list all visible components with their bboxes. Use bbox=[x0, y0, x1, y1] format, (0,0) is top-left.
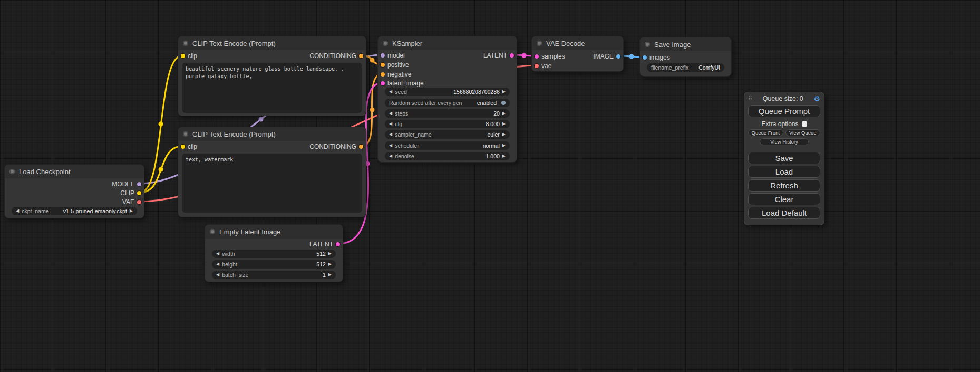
latent-image-input-dot[interactable] bbox=[381, 81, 385, 85]
view-queue-button[interactable]: View Queue bbox=[785, 129, 821, 136]
widget-control-after-generate[interactable]: Random seed after every gen enabled bbox=[385, 99, 510, 107]
widget-label: sampler_name bbox=[395, 131, 431, 138]
conditioning-output-dot[interactable] bbox=[359, 54, 363, 58]
decrement-arrow-icon[interactable]: ◀ bbox=[389, 154, 392, 158]
latent-output-dot[interactable] bbox=[336, 242, 340, 246]
widget-value: 1.000 bbox=[486, 153, 500, 159]
node-title-bar[interactable]: Save Image bbox=[640, 37, 731, 51]
widget-width[interactable]: ◀ width 512 ▶ bbox=[212, 250, 336, 258]
collapse-dot-icon[interactable] bbox=[183, 131, 188, 137]
increment-arrow-icon[interactable]: ▶ bbox=[328, 273, 332, 277]
images-input-dot[interactable] bbox=[643, 55, 647, 60]
increment-arrow-icon[interactable]: ▶ bbox=[502, 111, 506, 116]
node-title-bar[interactable]: VAE Decode bbox=[532, 36, 623, 50]
widget-cfg[interactable]: ◀ cfg 8.000 ▶ bbox=[385, 120, 510, 128]
conditioning-output-dot[interactable] bbox=[359, 145, 363, 149]
image-output-dot[interactable] bbox=[616, 54, 620, 59]
increment-arrow-icon[interactable]: ▶ bbox=[502, 154, 506, 158]
widget-seed[interactable]: ◀ seed 156680208700286 ▶ bbox=[385, 88, 510, 96]
input-slot-model: model bbox=[381, 51, 405, 60]
decrement-arrow-icon[interactable]: ◀ bbox=[216, 262, 219, 266]
positive-prompt-textarea[interactable]: beautiful scenery nature glass bottle la… bbox=[182, 63, 362, 113]
widget-ckpt-name[interactable]: ◀ ckpt_name v1-5-pruned-emaonly.ckpt ▶ bbox=[12, 207, 137, 215]
node-title-bar[interactable]: Load Checkpoint bbox=[5, 165, 144, 178]
decrement-arrow-icon[interactable]: ◀ bbox=[389, 90, 392, 94]
collapse-dot-icon[interactable] bbox=[383, 41, 388, 46]
node-clip-text-encode-negative[interactable]: CLIP Text Encode (Prompt) clip CONDITION… bbox=[178, 127, 366, 217]
increment-arrow-icon[interactable]: ▶ bbox=[130, 209, 133, 213]
positive-input-dot[interactable] bbox=[381, 63, 385, 67]
refresh-button[interactable]: Refresh bbox=[748, 179, 820, 192]
clip-input-dot[interactable] bbox=[181, 54, 185, 58]
slot-label: samples bbox=[541, 53, 565, 60]
increment-arrow-icon[interactable]: ▶ bbox=[328, 252, 332, 256]
load-button[interactable]: Load bbox=[748, 166, 820, 178]
clip-input-dot[interactable] bbox=[181, 145, 185, 149]
settings-gear-icon[interactable]: ⚙ bbox=[813, 94, 820, 103]
latent-output-dot[interactable] bbox=[510, 53, 514, 58]
node-title-bar[interactable]: KSampler bbox=[378, 36, 517, 50]
node-title-bar[interactable]: Empty Latent Image bbox=[205, 225, 343, 239]
toggle-dot-icon[interactable] bbox=[501, 101, 506, 105]
node-empty-latent-image[interactable]: Empty Latent Image LATENT ◀ width 512 ▶ … bbox=[205, 224, 343, 282]
increment-arrow-icon[interactable]: ▶ bbox=[502, 90, 506, 94]
comfyui-canvas[interactable]: { "colors": { "model": "#B39DDB", "clip"… bbox=[0, 0, 980, 372]
node-ksampler[interactable]: KSampler model positive negative latent_… bbox=[377, 36, 517, 163]
widget-height[interactable]: ◀ height 512 ▶ bbox=[212, 260, 336, 269]
queue-panel-header: ⠿ Queue size: 0 ⚙ bbox=[744, 92, 824, 104]
link-midpoint-dot bbox=[370, 58, 375, 63]
widget-scheduler[interactable]: ◀ scheduler normal ▶ bbox=[385, 141, 510, 150]
queue-front-button[interactable]: Queue Front bbox=[748, 129, 783, 136]
output-slot-clip: CLIP bbox=[120, 189, 141, 197]
queue-small-buttons-row: Queue Front View Queue bbox=[748, 129, 820, 136]
decrement-arrow-icon[interactable]: ◀ bbox=[389, 111, 392, 116]
drag-handle-icon[interactable]: ⠿ bbox=[748, 96, 752, 102]
decrement-arrow-icon[interactable]: ◀ bbox=[216, 252, 219, 256]
load-default-button[interactable]: Load Default bbox=[748, 207, 820, 219]
clear-button[interactable]: Clear bbox=[748, 193, 820, 205]
input-slot-samples: samples bbox=[535, 52, 565, 61]
widget-label: denoise bbox=[395, 153, 414, 159]
widget-batch-size[interactable]: ◀ batch_size 1 ▶ bbox=[212, 271, 336, 279]
collapse-dot-icon[interactable] bbox=[537, 41, 542, 46]
increment-arrow-icon[interactable]: ▶ bbox=[328, 262, 332, 266]
widget-label: steps bbox=[395, 110, 408, 117]
collapse-dot-icon[interactable] bbox=[645, 42, 650, 47]
negative-prompt-textarea[interactable]: text, watermark bbox=[182, 154, 362, 213]
clip-output-dot[interactable] bbox=[137, 191, 141, 195]
node-clip-text-encode-positive[interactable]: CLIP Text Encode (Prompt) clip CONDITION… bbox=[178, 36, 366, 116]
model-output-dot[interactable] bbox=[137, 182, 141, 186]
negative-input-dot[interactable] bbox=[381, 72, 385, 77]
collapse-dot-icon[interactable] bbox=[210, 229, 215, 234]
collapse-dot-icon[interactable] bbox=[9, 169, 15, 174]
save-button[interactable]: Save bbox=[748, 152, 820, 164]
decrement-arrow-icon[interactable]: ◀ bbox=[216, 273, 219, 277]
model-input-dot[interactable] bbox=[381, 53, 385, 58]
increment-arrow-icon[interactable]: ▶ bbox=[502, 144, 506, 148]
samples-input-dot[interactable] bbox=[535, 54, 539, 59]
vae-output-dot[interactable] bbox=[137, 200, 141, 204]
slot-label: latent_image bbox=[387, 80, 424, 87]
decrement-arrow-icon[interactable]: ◀ bbox=[389, 122, 392, 126]
increment-arrow-icon[interactable]: ▶ bbox=[502, 122, 506, 126]
widget-value: 512 bbox=[316, 261, 326, 268]
increment-arrow-icon[interactable]: ▶ bbox=[502, 132, 506, 137]
decrement-arrow-icon[interactable]: ◀ bbox=[16, 209, 19, 213]
widget-steps[interactable]: ◀ steps 20 ▶ bbox=[385, 109, 510, 118]
node-save-image[interactable]: Save Image images filename_prefix ComfyU… bbox=[639, 37, 732, 77]
widget-sampler-name[interactable]: ◀ sampler_name euler ▶ bbox=[385, 130, 510, 139]
vae-input-dot[interactable] bbox=[535, 64, 539, 68]
decrement-arrow-icon[interactable]: ◀ bbox=[389, 144, 392, 148]
node-title-bar[interactable]: CLIP Text Encode (Prompt) bbox=[178, 127, 366, 141]
widget-denoise[interactable]: ◀ denoise 1.000 ▶ bbox=[385, 152, 510, 160]
slot-label: clip bbox=[188, 143, 197, 150]
decrement-arrow-icon[interactable]: ◀ bbox=[389, 132, 392, 137]
widget-filename-prefix[interactable]: filename_prefix ComfyUI bbox=[647, 63, 724, 72]
node-load-checkpoint[interactable]: Load Checkpoint MODEL CLIP VAE ◀ ckpt_na… bbox=[4, 164, 144, 218]
node-title-bar[interactable]: CLIP Text Encode (Prompt) bbox=[178, 36, 366, 50]
extra-options-checkbox[interactable] bbox=[802, 121, 807, 127]
queue-prompt-button[interactable]: Queue Prompt bbox=[748, 105, 820, 117]
collapse-dot-icon[interactable] bbox=[183, 41, 188, 46]
node-vae-decode[interactable]: VAE Decode samples vae IMAGE bbox=[531, 36, 624, 72]
view-history-button[interactable]: View History bbox=[760, 138, 809, 145]
